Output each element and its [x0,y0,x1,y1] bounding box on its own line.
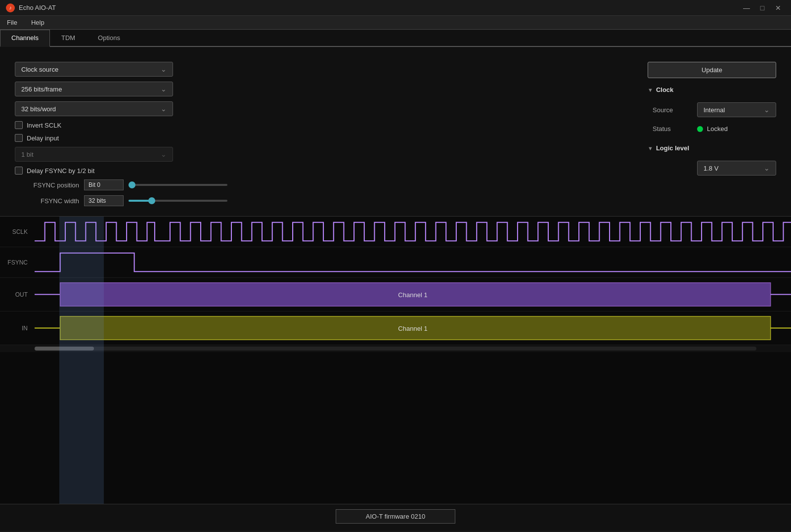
maximize-button[interactable]: □ [755,3,769,13]
waveform-area: SCLK FSYNC OUT [0,216,791,504]
menu-help[interactable]: Help [24,17,51,28]
clock-source-select-value: Internal [703,106,725,114]
delay-input-bits-dropdown: 1 bit ⌄ [15,147,173,162]
fsync-position-value: Bit 0 [84,179,124,190]
invert-sclk-label: Invert SCLK [27,122,61,129]
logic-level-section: ▼ Logic level 1.8 V ⌄ [648,144,776,179]
fsync-width-thumb[interactable] [148,197,155,204]
in-canvas: Channel 1 [35,311,791,345]
delay-input-bits-arrow: ⌄ [161,150,167,158]
clock-section: ▼ Clock Source Internal ⌄ Status Locked [648,86,776,136]
in-label: IN [0,325,35,332]
delay-input-label: Delay input [27,134,59,142]
in-waveform [35,311,791,345]
out-waveform [35,278,791,311]
logic-level-triangle-icon: ▼ [648,145,653,151]
menu-file[interactable]: File [0,17,24,28]
firmware-bar: AIO-T firmware 0210 [0,504,791,531]
logic-level-arrow: ⌄ [764,164,770,172]
invert-sclk-checkbox[interactable] [15,121,23,129]
app-title: Echo AIO-AT [19,4,56,11]
clock-source-select[interactable]: Internal ⌄ [697,102,776,117]
menu-bar: File Help [0,16,791,30]
sclk-waveform [35,217,791,247]
logic-level-dropdown[interactable]: 1.8 V ⌄ [697,161,776,176]
top-area: Clock source ⌄ 256 bits/frame ⌄ 32 bits/… [0,57,791,211]
bits-frame-dropdown[interactable]: 256 bits/frame ⌄ [15,82,173,96]
scrollbar-area [0,345,791,352]
clock-section-header: ▼ Clock [648,86,776,93]
clock-source-value: Clock source [21,66,58,73]
clock-source-dropdown[interactable]: Clock source ⌄ [15,62,173,77]
sclk-canvas [35,217,791,247]
fsync-width-value: 32 bits [84,195,124,206]
fsync-width-row: FSYNC width 32 bits [15,195,227,206]
tab-bar: Channels TDM Options [0,30,791,47]
fsync-position-row: FSYNC position Bit 0 [15,179,227,190]
info-column: Update ▼ Clock Source Internal ⌄ Status [648,62,776,179]
in-row: IN Channel 1 [0,311,791,345]
fsync-label: FSYNC [0,259,35,266]
tab-options[interactable]: Options [87,30,132,46]
invert-sclk-row[interactable]: Invert SCLK [15,121,227,129]
delay-input-checkbox[interactable] [15,134,23,142]
svg-rect-4 [60,316,771,340]
close-button[interactable]: ✕ [771,3,785,13]
delay-input-bits-value: 1 bit [21,151,34,158]
fsync-width-fill [129,200,150,202]
clock-status-dot [697,126,703,132]
bits-frame-arrow: ⌄ [161,85,167,93]
logic-level-header-label: Logic level [656,144,689,152]
title-bar-left: ♪ Echo AIO-AT [6,3,56,12]
clock-header-label: Clock [656,86,673,93]
fsync-waveform [35,247,791,277]
title-bar-controls: — □ ✕ [740,3,785,13]
fsync-width-label: FSYNC width [15,197,79,205]
title-bar: ♪ Echo AIO-AT — □ ✕ [0,0,791,16]
out-row: OUT Channel 1 [0,278,791,311]
clock-source-select-arrow: ⌄ [764,106,770,114]
delay-fsync-label: Delay FSYNC by 1/2 bit [27,167,94,175]
app-icon: ♪ [6,3,15,12]
clock-status-text: Locked [707,125,728,133]
logic-level-value: 1.8 V [703,165,718,172]
clock-source-property-label: Source [653,106,687,114]
clock-status-label: Status [653,125,687,133]
sclk-label: SCLK [0,228,35,235]
bits-word-value: 32 bits/word [21,105,56,113]
sclk-row: SCLK [0,217,791,247]
tab-tdm[interactable]: TDM [50,30,87,46]
delay-fsync-row[interactable]: Delay FSYNC by 1/2 bit [15,167,227,175]
fsync-row: FSYNC [0,247,791,278]
fsync-position-label: FSYNC position [15,181,79,189]
logic-level-value-row: 1.8 V ⌄ [648,161,776,176]
minimize-button[interactable]: — [740,3,753,13]
tab-channels[interactable]: Channels [0,30,50,47]
logic-level-header: ▼ Logic level [648,144,776,152]
clock-status-value-row: Locked [697,125,728,133]
fsync-width-track[interactable] [129,200,227,202]
clock-status-row: Status Locked [648,125,776,133]
settings-column: Clock source ⌄ 256 bits/frame ⌄ 32 bits/… [15,62,227,206]
bits-frame-value: 256 bits/frame [21,86,62,93]
delay-input-row[interactable]: Delay input [15,134,227,142]
scrollbar-thumb[interactable] [35,347,94,351]
out-canvas: Channel 1 [35,278,791,311]
clock-source-row: Source Internal ⌄ [648,102,776,117]
out-label: OUT [0,291,35,298]
delay-fsync-checkbox[interactable] [15,167,23,175]
firmware-label: AIO-T firmware 0210 [336,509,455,524]
bits-word-dropdown[interactable]: 32 bits/word ⌄ [15,101,173,116]
fsync-position-track[interactable] [129,184,227,186]
scrollbar-track[interactable] [35,347,756,351]
fsync-position-thumb[interactable] [129,181,135,188]
svg-rect-1 [60,283,771,306]
clock-source-arrow: ⌄ [161,65,167,73]
main-content: Clock source ⌄ 256 bits/frame ⌄ 32 bits/… [0,47,791,531]
fsync-canvas [35,247,791,277]
update-button[interactable]: Update [648,62,776,78]
clock-triangle-icon: ▼ [648,87,653,93]
bits-word-arrow: ⌄ [161,105,167,113]
